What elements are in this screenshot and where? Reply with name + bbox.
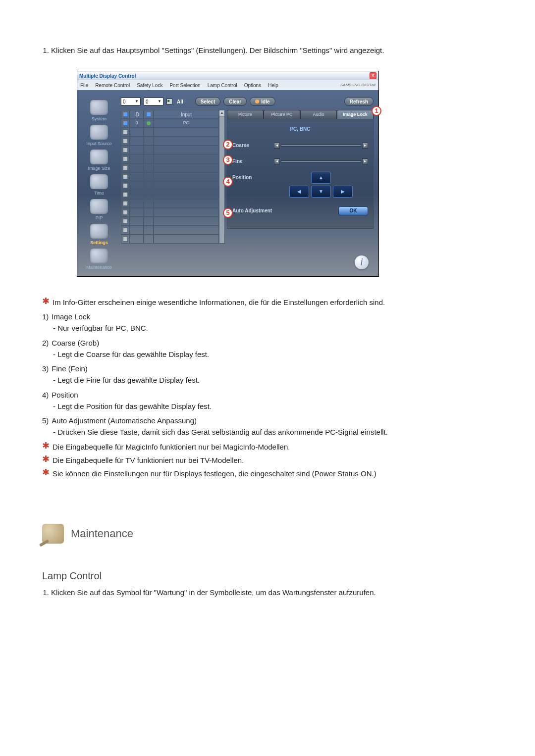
fine-slider[interactable]: ◂ ▸ [274,159,368,164]
arrow-left-icon[interactable]: ◂ [274,143,280,149]
window-title: Multiple Display Control [79,72,136,80]
tab-image-lock[interactable]: Image Lock [337,110,374,119]
sidebar: System Input Source Image Size Time PIP … [77,90,121,276]
note-magicinfo: Die Eingabequelle für MagicInfo funktion… [53,441,493,453]
star-icon: ✱ [42,454,50,463]
grid-scrollbar[interactable]: ▴ [219,110,225,244]
menu-options[interactable]: Options [244,82,261,90]
sidebar-label-image-size: Image Size [77,165,121,172]
app-screenshot: Multiple Display Control × File Remote C… [77,71,379,277]
note-power-on: Sie können die Einstellungen nur für Dis… [53,468,493,479]
position-left-button[interactable]: ◀ [289,186,309,198]
row-input: PC [154,119,219,128]
callout-badge-1: 1 [372,106,381,116]
input-source-icon [90,125,108,140]
sidebar-item-time[interactable]: Time [77,174,121,197]
refresh-button[interactable]: Refresh [344,97,374,106]
menu-lamp-control[interactable]: Lamp Control [208,82,237,90]
notes-list: 1)Image Lock- Nur verfügbar für PC, BNC.… [42,311,493,438]
lamp-control-step-1: Klicken Sie auf das Symbol für "Wartung"… [51,587,493,598]
grid-head-checkbox[interactable] [121,110,130,119]
menu-port-selection[interactable]: Port Selection [169,82,200,90]
sidebar-label-system: System [77,116,121,123]
table-row[interactable]: 0 PC [121,119,219,128]
intro-step-1: Klicken Sie auf das Hauptsymbol "Setting… [51,45,493,56]
sidebar-item-pip[interactable]: PIP [77,199,121,222]
scroll-up-icon[interactable]: ▴ [219,110,224,116]
time-icon [90,174,108,189]
sidebar-item-input-source[interactable]: Input Source [77,125,121,148]
coarse-label: Coarse [232,142,270,150]
subsection-lamp-control: Lamp Control [42,568,493,584]
section-title-maintenance: Maintenance [71,525,133,542]
sidebar-item-system[interactable]: System [77,100,121,123]
settings-icon [90,224,108,239]
all-label: All [177,98,183,106]
menu-file[interactable]: File [80,82,88,90]
menu-bar: File Remote Control Safety Lock Port Sel… [77,80,378,90]
position-down-button[interactable]: ▼ [311,186,331,198]
arrow-right-icon[interactable]: ▸ [362,143,368,149]
brand-label: SAMSUNG DIGITall [340,82,375,88]
system-icon [90,100,108,115]
position-up-button[interactable]: ▲ [311,172,331,184]
status-dot-icon [147,121,151,125]
image-size-icon [90,150,108,164]
auto-adjustment-label: Auto Adjustment [232,207,272,215]
sidebar-label-pip: PIP [77,215,121,222]
arrow-left-icon[interactable]: ◂ [274,158,280,164]
tab-picture[interactable]: Picture [227,110,264,119]
clear-button[interactable]: Clear [223,97,247,106]
maintenance-section-icon [42,524,64,544]
sidebar-label-maintenance: Maintenance [77,264,121,271]
position-label: Position [232,174,270,182]
sidebar-item-settings[interactable]: Settings [77,224,121,247]
range-from-select[interactable]: 0▼ [121,98,141,105]
range-to-select[interactable]: 0▼ [144,98,163,105]
info-icon[interactable]: i [355,255,369,269]
grid-head-id: ID [130,110,144,119]
note-info-grid: Im Info-Gitter erscheinen einige wesentl… [53,297,493,308]
grid-head-status [144,110,154,119]
menu-safety-lock[interactable]: Safety Lock [137,82,162,90]
tab-picture-pc[interactable]: Picture PC [264,110,300,119]
row-checkbox[interactable] [123,121,128,126]
row-id: 0 [130,119,144,128]
fine-label: Fine [232,157,270,165]
tab-audio[interactable]: Audio [300,110,337,119]
select-button[interactable]: Select [195,97,220,106]
grid-head-input: Input [154,110,219,119]
arrow-right-icon[interactable]: ▸ [362,158,368,164]
sidebar-label-time: Time [77,190,121,197]
idle-indicator: Idle [250,97,275,106]
sidebar-label-input-source: Input Source [77,141,121,148]
pip-icon [90,199,108,214]
display-grid: ID Input 0 PC [121,110,225,244]
close-icon[interactable]: × [370,72,376,79]
sidebar-item-image-size[interactable]: Image Size [77,150,121,172]
maintenance-icon [90,249,108,263]
coarse-slider[interactable]: ◂ ▸ [274,143,368,148]
sidebar-item-maintenance[interactable]: Maintenance [77,249,121,271]
position-right-button[interactable]: ▶ [333,186,353,198]
note-tv: Die Eingabequelle für TV funktioniert nu… [53,454,493,466]
all-checkbox[interactable] [166,99,172,104]
sidebar-label-settings: Settings [77,240,121,247]
star-icon: ✱ [42,441,50,450]
star-icon: ✱ [42,297,50,305]
menu-remote-control[interactable]: Remote Control [95,82,130,90]
star-icon: ✱ [42,468,50,477]
menu-help[interactable]: Help [268,82,278,90]
ok-button[interactable]: OK [338,206,368,215]
panel-heading: PC, BNC [232,125,368,133]
